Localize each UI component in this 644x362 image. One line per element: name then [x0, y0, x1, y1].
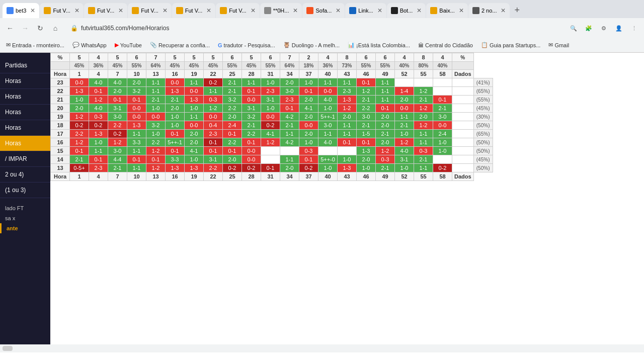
data-cell[interactable]: 1-1 — [338, 78, 357, 87]
data-cell[interactable]: 2-2 — [223, 138, 242, 147]
data-cell[interactable]: 2-3 — [338, 87, 357, 96]
data-cell[interactable]: 2-3 — [280, 96, 299, 104]
data-cell[interactable]: 0-0 — [70, 78, 89, 87]
data-cell[interactable]: 1-1 — [318, 130, 338, 138]
data-cell[interactable]: 3-0 — [318, 121, 338, 130]
tab-7[interactable]: Sofa... ✕ — [302, 3, 345, 18]
data-cell[interactable]: 0-1 — [299, 87, 318, 96]
data-cell[interactable]: 0-0 — [299, 121, 318, 130]
data-cell[interactable]: 0-0 — [395, 104, 414, 113]
data-cell[interactable]: 2-1 — [357, 121, 376, 130]
data-cell[interactable]: 3-1 — [204, 155, 223, 164]
tab-close-3[interactable]: ✕ — [163, 7, 168, 14]
bookmark-central[interactable]: 🏛 Central do Cidadão — [416, 41, 475, 49]
bookmark-guia[interactable]: 📋 Guia para Startups... — [479, 41, 543, 49]
tab-close-1[interactable]: ✕ — [74, 7, 79, 14]
data-cell[interactable]: 1-0 — [70, 96, 89, 104]
bookmark-gmail[interactable]: ✉ Gmail — [546, 41, 571, 49]
data-cell[interactable]: 2-1 — [223, 87, 242, 96]
data-cell[interactable]: 1-0 — [338, 155, 357, 164]
data-cell[interactable]: 3-0 — [357, 113, 376, 121]
data-cell[interactable]: 0-1 — [127, 96, 146, 104]
data-cell[interactable]: 0-1 — [204, 138, 223, 147]
data-cell[interactable]: 1-3 — [70, 87, 89, 96]
data-cell[interactable]: 0-3 — [299, 147, 318, 155]
data-cell[interactable]: 2-1 — [395, 121, 414, 130]
data-cell[interactable]: 0-2 — [299, 164, 318, 172]
data-cell[interactable]: 0-1 — [146, 155, 166, 164]
data-cell[interactable]: 0-0 — [127, 113, 146, 121]
back-button[interactable]: ← — [4, 22, 16, 34]
extensions-icon[interactable]: 🧩 — [583, 22, 595, 34]
data-cell[interactable]: 1-5 — [357, 130, 376, 138]
data-cell[interactable]: 3-1 — [261, 96, 280, 104]
data-cell[interactable]: 0-1 — [89, 155, 108, 164]
data-cell[interactable]: 2-2 — [204, 164, 223, 172]
data-cell[interactable]: 1-0 — [357, 164, 376, 172]
data-cell[interactable]: 3-2 — [223, 96, 242, 104]
data-cell[interactable]: 3-1 — [395, 155, 414, 164]
data-cell[interactable]: 1-1 — [414, 164, 433, 172]
data-cell[interactable]: 1-1 — [185, 113, 204, 121]
new-tab-button[interactable]: + — [510, 5, 524, 16]
tab-close-9[interactable]: ✕ — [417, 7, 422, 14]
data-cell[interactable]: 1-0 — [166, 121, 185, 130]
data-cell[interactable]: 1-1 — [414, 130, 433, 138]
tab-close-4[interactable]: ✕ — [206, 7, 211, 14]
data-cell[interactable]: 0-1 — [338, 138, 357, 147]
tab-close-5[interactable]: ✕ — [251, 7, 256, 14]
data-cell[interactable]: 3-1 — [108, 104, 127, 113]
data-cell[interactable]: 2-1 — [376, 164, 395, 172]
bookmark-duolingo[interactable]: 🦉 Duolingo - A melh... — [281, 41, 342, 49]
data-cell[interactable]: 1-1 — [280, 130, 299, 138]
data-cell[interactable]: 2-0 — [280, 78, 299, 87]
settings-icon[interactable]: ⚙ — [598, 22, 610, 34]
tab-10[interactable]: Baix... ✕ — [426, 3, 468, 18]
data-cell[interactable]: 2-0 — [185, 138, 204, 147]
data-cell[interactable]: 0-0 — [242, 155, 261, 164]
data-cell[interactable]: 3-2 — [146, 121, 166, 130]
bookmark-tradutor[interactable]: G tradutor - Pesquisa... — [216, 41, 277, 49]
data-cell[interactable] — [261, 147, 280, 155]
data-cell[interactable] — [433, 78, 452, 87]
data-cell[interactable]: 2-0 — [127, 78, 146, 87]
data-cell[interactable]: 1-0 — [185, 104, 204, 113]
data-cell[interactable]: 2-0 — [223, 113, 242, 121]
data-cell[interactable]: 1-0 — [395, 130, 414, 138]
data-cell[interactable]: 2-3 — [204, 130, 223, 138]
data-cell[interactable]: 1-1 — [414, 138, 433, 147]
data-cell[interactable]: 1-2 — [89, 96, 108, 104]
tab-close-10[interactable]: ✕ — [459, 7, 464, 14]
sidebar-item-horas-4[interactable]: Horas — [0, 120, 50, 136]
data-cell[interactable]: 2-2 — [242, 130, 261, 138]
data-cell[interactable]: 4-1 — [299, 104, 318, 113]
bookmark-whatsapp[interactable]: 💬 WhatsApp — [70, 41, 109, 49]
tab-close-11[interactable]: ✕ — [501, 7, 506, 14]
data-cell[interactable]: 0-2 — [261, 121, 280, 130]
tab-close-7[interactable]: ✕ — [336, 7, 341, 14]
data-cell[interactable]: 0-0 — [185, 121, 204, 130]
data-cell[interactable]: 2-3 — [261, 87, 280, 96]
data-cell[interactable]: 0-2 — [242, 164, 261, 172]
data-cell[interactable]: 3-3 — [127, 138, 146, 147]
data-cell[interactable]: 0-0 — [433, 121, 452, 130]
menu-icon[interactable]: ⋮ — [628, 22, 640, 34]
data-cell[interactable]: 2-2 — [108, 121, 127, 130]
data-cell[interactable]: 3-0 — [280, 87, 299, 96]
sidebar-item-partidas[interactable]: Partidas — [0, 58, 50, 73]
data-cell[interactable]: 4-0 — [318, 138, 338, 147]
data-cell[interactable]: 2-1 — [223, 78, 242, 87]
data-cell[interactable]: 1-0 — [318, 104, 338, 113]
data-cell[interactable]: 0-2 — [433, 164, 452, 172]
data-cell[interactable]: 4-0 — [108, 78, 127, 87]
data-cell[interactable]: 1-1 — [204, 87, 223, 96]
data-cell[interactable]: 2-0 — [280, 164, 299, 172]
tab-9[interactable]: Bot... ✕ — [387, 3, 426, 18]
data-cell[interactable]: 1-0 — [299, 78, 318, 87]
data-cell[interactable]: 1-1 — [280, 155, 299, 164]
bookmark-email[interactable]: ✉ Entrada - rmonteiro... — [4, 41, 66, 49]
data-cell[interactable] — [433, 155, 452, 164]
sidebar-item-horas-active[interactable]: Horas — [0, 136, 50, 151]
data-cell[interactable]: 1-1 — [127, 147, 146, 155]
data-cell[interactable]: 1-1 — [242, 78, 261, 87]
